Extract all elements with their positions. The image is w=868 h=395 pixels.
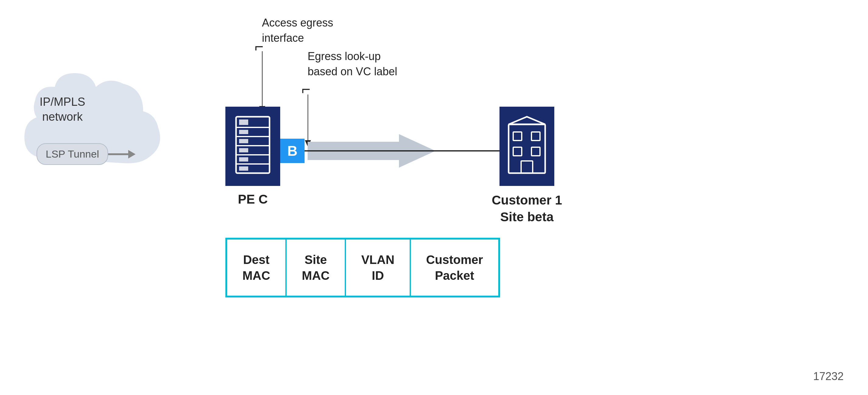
lsp-tunnel-label: LSP Tunnel bbox=[36, 143, 108, 165]
packet-cell-customer-packet: Customer Packet bbox=[411, 239, 498, 295]
router-icon bbox=[233, 115, 273, 177]
egress-lookup-label: Egress look-up based on VC label bbox=[308, 49, 397, 80]
svg-rect-6 bbox=[239, 119, 248, 125]
svg-rect-18 bbox=[531, 147, 540, 156]
packet-cell-vlan-id: VLAN ID bbox=[346, 239, 411, 295]
cloud-label-line2: network bbox=[42, 110, 83, 123]
figure-number: 17232 bbox=[813, 370, 844, 383]
svg-rect-11 bbox=[239, 166, 248, 171]
packet-cell-site-mac: Site MAC bbox=[287, 239, 346, 295]
packet-customer-line2: Packet bbox=[435, 269, 474, 282]
packet-customer-line1: Customer bbox=[426, 253, 483, 266]
lsp-arrow bbox=[108, 152, 135, 157]
cloud-label-line1: IP/MPLS bbox=[40, 95, 85, 108]
packet-site-mac-line1: Site bbox=[305, 253, 327, 266]
diagram-container: IP/MPLS network LSP Tunnel Access egress… bbox=[0, 0, 868, 395]
svg-rect-8 bbox=[239, 139, 248, 143]
lsp-tunnel: LSP Tunnel bbox=[36, 143, 135, 165]
egress-lookup-bracket: ⌐ bbox=[302, 82, 310, 97]
customer-label-line2: Site beta bbox=[500, 210, 553, 224]
packet-vlan-id-line1: VLAN bbox=[361, 253, 394, 266]
access-egress-arrow-line bbox=[262, 51, 262, 108]
access-egress-label: Access egress interface bbox=[262, 15, 333, 46]
cloud-label: IP/MPLS network bbox=[40, 94, 85, 125]
packet-vlan-id-line2: ID bbox=[372, 269, 384, 282]
svg-rect-16 bbox=[531, 132, 540, 141]
egress-lookup-line1: Egress look-up bbox=[308, 50, 381, 62]
packet-site-mac-line2: MAC bbox=[302, 269, 330, 282]
building-icon bbox=[505, 115, 548, 177]
b-node-box: B bbox=[280, 139, 305, 163]
customer-site-box bbox=[499, 107, 554, 186]
cloud-shape bbox=[18, 67, 177, 183]
svg-rect-19 bbox=[521, 161, 533, 173]
access-egress-line2: interface bbox=[262, 32, 304, 44]
svg-rect-17 bbox=[513, 147, 522, 156]
lsp-arrow-line bbox=[108, 153, 128, 155]
svg-rect-9 bbox=[239, 148, 248, 152]
svg-rect-7 bbox=[239, 130, 248, 134]
pe-c-box bbox=[225, 107, 280, 186]
packet-dest-mac-line1: Dest bbox=[243, 253, 270, 266]
svg-rect-10 bbox=[239, 157, 248, 162]
packet-frame: Dest MAC Site MAC VLAN ID Customer Packe… bbox=[225, 238, 500, 298]
packet-dest-mac-line2: MAC bbox=[242, 269, 270, 282]
pe-c-label: PE C bbox=[225, 192, 280, 207]
svg-marker-14 bbox=[508, 117, 545, 124]
svg-rect-15 bbox=[513, 132, 522, 141]
lsp-arrow-head bbox=[128, 150, 135, 159]
egress-lookup-line2: based on VC label bbox=[308, 65, 397, 78]
packet-cell-dest-mac: Dest MAC bbox=[227, 239, 287, 295]
svg-rect-0 bbox=[236, 117, 270, 173]
access-egress-line1: Access egress bbox=[262, 17, 333, 29]
customer-label-line1: Customer 1 bbox=[492, 193, 562, 207]
connection-line bbox=[305, 150, 499, 151]
customer-label: Customer 1 Site beta bbox=[487, 192, 566, 225]
b-node-label: B bbox=[287, 143, 297, 159]
